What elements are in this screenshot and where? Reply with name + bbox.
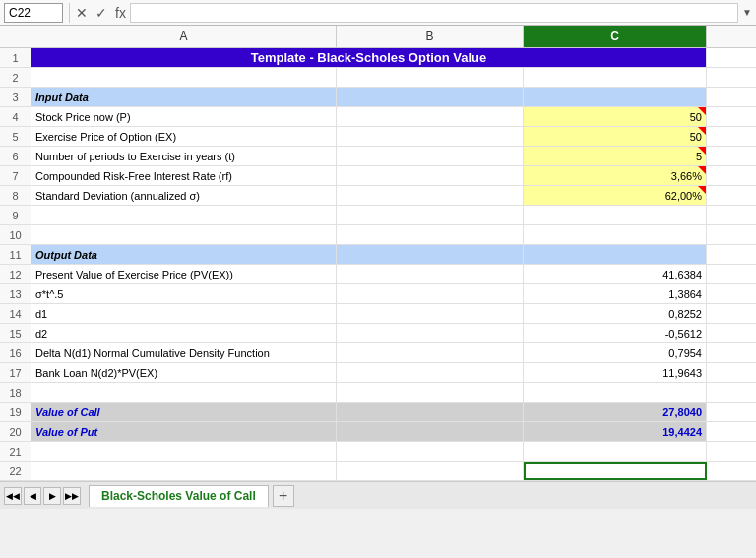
cell-a[interactable]: Number of periods to Exercise in years (… [32,147,337,165]
cell-b[interactable] [337,304,524,323]
tab-nav-next[interactable]: ▶ [43,487,61,505]
cell-b[interactable] [337,265,524,283]
cell-c[interactable]: 3,66% [524,166,707,185]
cell-c[interactable] [524,383,707,402]
cancel-icon[interactable]: ✕ [76,5,88,21]
cell-a[interactable]: Exercise Price of Option (EX) [32,127,337,146]
table-row: 4Stock Price now (P)50 [0,107,756,127]
table-row: 22 [0,462,756,481]
cell-b[interactable] [337,363,524,382]
cell-b[interactable] [337,88,524,106]
cell-b[interactable] [337,442,524,461]
cell-a[interactable]: Value of Call [32,403,337,421]
add-sheet-button[interactable]: + [273,485,294,507]
cell-a[interactable]: Bank Loan N(d2)*PV(EX) [32,363,337,382]
col-header-b[interactable]: B [337,26,524,47]
cell-c[interactable]: 50 [524,127,707,146]
cell-c[interactable]: 11,9643 [524,363,707,382]
cell-a[interactable]: d2 [32,324,337,342]
cell-a[interactable] [32,206,337,224]
tab-nav-prev-prev[interactable]: ◀◀ [4,487,22,505]
cell-b[interactable] [337,343,524,362]
table-row: 17Bank Loan N(d2)*PV(EX)11,9643 [0,363,756,383]
cell-a[interactable]: Present Value of Exercise Price (PV(EX)) [32,265,337,283]
cell-a[interactable] [32,462,337,480]
table-row: 12Present Value of Exercise Price (PV(EX… [0,265,756,284]
row-number: 3 [0,88,32,106]
function-icon[interactable]: fx [115,5,126,21]
cell-c[interactable]: 62,00% [524,186,707,205]
cell-c[interactable]: -0,5612 [524,324,707,342]
cell-a[interactable]: d1 [32,304,337,323]
cell-a[interactable]: Delta N(d1) Normal Cumulative Density Fu… [32,343,337,362]
cell-c[interactable]: 0,7954 [524,343,707,362]
cell-reference-box[interactable]: C22 [4,3,63,23]
cell-a[interactable]: Standard Deviation (annualized σ) [32,186,337,205]
cell-c[interactable] [524,442,707,461]
cell-a[interactable]: Output Data [32,245,337,264]
table-row: 5Exercise Price of Option (EX)50 [0,127,756,147]
cell-a[interactable]: Stock Price now (P) [32,107,337,126]
cell-a[interactable]: Template - Black-Scholes Option Value [32,48,707,67]
cell-b[interactable] [337,68,524,87]
cell-a[interactable]: σ*t^.5 [32,284,337,303]
cell-c[interactable]: 27,8040 [524,403,707,421]
cell-a[interactable] [32,383,337,402]
cell-b[interactable] [337,107,524,126]
cell-c[interactable]: 41,6384 [524,265,707,283]
table-row: 14d10,8252 [0,304,756,324]
table-row: 21 [0,442,756,462]
cell-c[interactable]: 5 [524,147,707,165]
cell-b[interactable] [337,422,524,441]
cell-c[interactable]: 0,8252 [524,304,707,323]
row-number: 17 [0,363,32,382]
cell-a[interactable] [32,68,337,87]
formula-input[interactable] [130,3,738,23]
cell-c[interactable] [524,68,707,87]
row-number: 4 [0,107,32,126]
cell-b[interactable] [337,284,524,303]
confirm-icon[interactable]: ✓ [95,5,107,21]
cell-a[interactable]: Value of Put [32,422,337,441]
cell-a[interactable]: Compounded Risk-Free Interest Rate (rf) [32,166,337,185]
col-header-a[interactable]: A [32,26,337,47]
cell-b[interactable] [337,127,524,146]
sheet-tab[interactable]: Black-Scholes Value of Call [89,485,269,507]
cell-b[interactable] [337,462,524,480]
cell-c[interactable]: 19,4424 [524,422,707,441]
cell-c[interactable] [524,245,707,264]
cell-b[interactable] [337,186,524,205]
cell-c[interactable]: 1,3864 [524,284,707,303]
cell-b[interactable] [337,225,524,244]
cell-b[interactable] [337,206,524,224]
cell-c[interactable] [524,88,707,106]
tab-navigation: ◀◀ ◀ ▶ ▶▶ [4,487,81,505]
row-number: 22 [0,462,32,480]
col-header-c[interactable]: C [524,26,707,47]
table-row: 11Output Data [0,245,756,265]
column-headers: A B C [0,26,756,48]
cell-b[interactable] [337,324,524,342]
cell-c[interactable] [524,206,707,224]
row-number: 6 [0,147,32,165]
cell-c[interactable] [524,462,707,480]
row-number: 1 [0,48,32,67]
cell-b[interactable] [337,166,524,185]
cell-b[interactable] [337,403,524,421]
row-number: 2 [0,68,32,87]
formula-dropdown-icon[interactable]: ▼ [742,7,752,18]
cell-b[interactable] [337,245,524,264]
tab-nav-next-next[interactable]: ▶▶ [63,487,81,505]
table-row: 1Template - Black-Scholes Option Value [0,48,756,68]
comment-triangle-icon [698,107,706,115]
cell-a[interactable] [32,225,337,244]
row-number: 18 [0,383,32,402]
cell-c[interactable]: 50 [524,107,707,126]
cell-a[interactable]: Input Data [32,88,337,106]
cell-b[interactable] [337,147,524,165]
cell-a[interactable] [32,442,337,461]
table-row: 9 [0,206,756,225]
cell-b[interactable] [337,383,524,402]
tab-nav-prev[interactable]: ◀ [24,487,41,505]
cell-c[interactable] [524,225,707,244]
